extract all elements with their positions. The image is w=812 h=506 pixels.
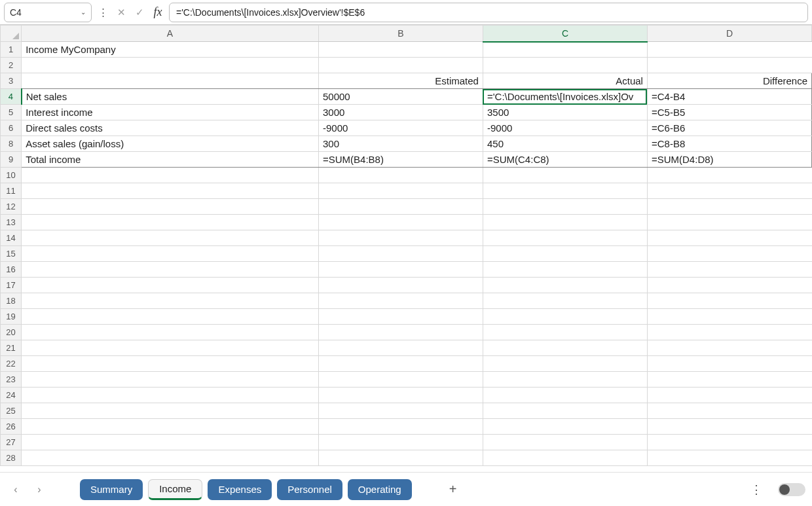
cell-total-est[interactable]: =SUM(B4:B8): [318, 152, 483, 168]
cell[interactable]: [22, 356, 319, 372]
cell[interactable]: [318, 435, 483, 450]
cell[interactable]: [22, 199, 319, 215]
cell-total-act[interactable]: =SUM(C4:C8): [483, 152, 647, 168]
cell[interactable]: [647, 278, 811, 293]
prev-sheet-icon[interactable]: ‹: [7, 480, 25, 499]
cell[interactable]: [318, 325, 483, 340]
cell[interactable]: [483, 419, 647, 435]
cell[interactable]: [22, 419, 319, 435]
select-all-corner[interactable]: [1, 26, 22, 42]
cell[interactable]: [483, 230, 647, 246]
cell[interactable]: [22, 403, 319, 419]
cell-total-label[interactable]: Total income: [22, 152, 319, 168]
row-header[interactable]: 10: [1, 168, 22, 183]
row-header[interactable]: 24: [1, 388, 22, 403]
cell[interactable]: [647, 183, 811, 199]
row-header[interactable]: 20: [1, 325, 22, 340]
cell[interactable]: [318, 246, 483, 262]
cell-est[interactable]: -9000: [318, 120, 483, 136]
col-header-C[interactable]: C: [483, 26, 647, 42]
row-header[interactable]: 4: [1, 89, 22, 105]
cell[interactable]: [647, 42, 811, 58]
cell[interactable]: [483, 403, 647, 419]
cell[interactable]: [318, 58, 483, 73]
cell[interactable]: [483, 388, 647, 403]
cell[interactable]: [318, 183, 483, 199]
cell[interactable]: [483, 309, 647, 325]
title-cell[interactable]: Income MyCompany: [22, 42, 319, 58]
cell-act[interactable]: 3500: [483, 105, 647, 120]
active-cell[interactable]: ='C:\Documents\[Invoices.xlsx]Ov: [483, 89, 647, 105]
cell[interactable]: [318, 356, 483, 372]
cell[interactable]: [647, 325, 811, 340]
cell[interactable]: [483, 58, 647, 73]
cell[interactable]: [318, 309, 483, 325]
cell[interactable]: [318, 340, 483, 356]
cell[interactable]: [22, 230, 319, 246]
tab-personnel[interactable]: Personnel: [277, 479, 342, 500]
cell[interactable]: [483, 293, 647, 309]
header-difference[interactable]: Difference: [647, 73, 811, 89]
formula-input[interactable]: ='C:\Documents\[Invoices.xlsx]Overview'!…: [169, 3, 808, 22]
cell-est[interactable]: 300: [318, 136, 483, 152]
cell[interactable]: [483, 278, 647, 293]
cell[interactable]: [647, 58, 811, 73]
row-header[interactable]: 16: [1, 262, 22, 278]
cell[interactable]: [483, 356, 647, 372]
cell-label[interactable]: Net sales: [22, 89, 319, 105]
cell[interactable]: [318, 403, 483, 419]
tab-summary[interactable]: Summary: [80, 479, 143, 500]
cell-diff[interactable]: =C8-B8: [647, 136, 811, 152]
fx-icon[interactable]: fx: [151, 4, 165, 21]
row-header[interactable]: 1: [1, 42, 22, 58]
col-header-D[interactable]: D: [647, 26, 811, 42]
row-header[interactable]: 9: [1, 152, 22, 168]
cell[interactable]: [318, 372, 483, 388]
row-header[interactable]: 27: [1, 435, 22, 450]
row-header[interactable]: 25: [1, 403, 22, 419]
cell-label[interactable]: Asset sales (gain/loss): [22, 136, 319, 152]
cell[interactable]: [318, 168, 483, 183]
cell[interactable]: [483, 183, 647, 199]
row-header[interactable]: 15: [1, 246, 22, 262]
row-header[interactable]: 19: [1, 309, 22, 325]
cell[interactable]: [647, 340, 811, 356]
cell[interactable]: [647, 403, 811, 419]
row-header[interactable]: 2: [1, 58, 22, 73]
row-header[interactable]: 5: [1, 105, 22, 120]
cell[interactable]: [647, 168, 811, 183]
cell[interactable]: [647, 435, 811, 450]
cell[interactable]: [483, 450, 647, 466]
cell[interactable]: [483, 215, 647, 230]
cell[interactable]: [22, 246, 319, 262]
cell[interactable]: [483, 262, 647, 278]
cell-label[interactable]: Interest income: [22, 105, 319, 120]
row-header[interactable]: 14: [1, 230, 22, 246]
cell[interactable]: [483, 168, 647, 183]
name-box[interactable]: C4 ⌄: [4, 3, 92, 22]
cell[interactable]: [22, 215, 319, 230]
cell[interactable]: [647, 309, 811, 325]
cell[interactable]: [22, 262, 319, 278]
cell[interactable]: [318, 293, 483, 309]
cell-label[interactable]: Direct sales costs: [22, 120, 319, 136]
cell[interactable]: [22, 278, 319, 293]
cell-diff[interactable]: =C6-B6: [647, 120, 811, 136]
cell[interactable]: [483, 246, 647, 262]
accept-icon[interactable]: ✓: [132, 4, 147, 21]
row-header[interactable]: 13: [1, 215, 22, 230]
add-sheet-icon[interactable]: +: [443, 480, 463, 499]
tab-income[interactable]: Income: [148, 479, 202, 500]
cell[interactable]: [22, 309, 319, 325]
cell[interactable]: [483, 435, 647, 450]
cell[interactable]: [22, 388, 319, 403]
cell[interactable]: [647, 356, 811, 372]
cell[interactable]: [647, 293, 811, 309]
row-header[interactable]: 6: [1, 120, 22, 136]
row-header[interactable]: 3: [1, 73, 22, 89]
tab-operating[interactable]: Operating: [348, 479, 412, 500]
next-sheet-icon[interactable]: ›: [30, 480, 48, 499]
cell[interactable]: [318, 388, 483, 403]
cell[interactable]: [22, 435, 319, 450]
cell-diff[interactable]: =C5-B5: [647, 105, 811, 120]
